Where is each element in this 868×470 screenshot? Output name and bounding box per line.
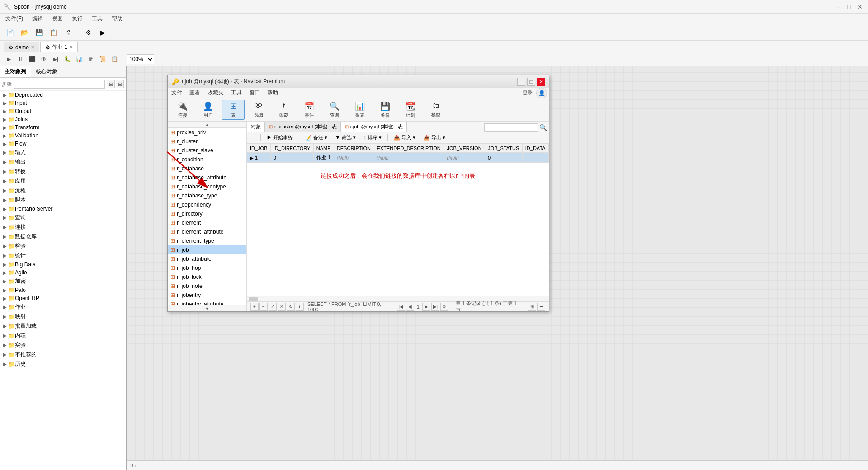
menu-run[interactable]: 执行 <box>70 14 85 24</box>
col-header-name[interactable]: NAME <box>313 144 334 153</box>
tree-item-connect-cn[interactable]: ▶ 📁 连接 <box>0 222 126 232</box>
tree-item-script-cn[interactable]: ▶ 📁 脚本 <box>0 195 126 205</box>
nav-tbar-menu-btn[interactable]: ≡ <box>249 134 258 142</box>
col-header-iddirectory[interactable]: ID_DIRECTORY <box>270 144 313 153</box>
tree-item-agile[interactable]: ▶ 📁 Agile <box>0 268 126 277</box>
nav-minimize-btn[interactable]: ─ <box>517 78 525 86</box>
tree-item-process-cn[interactable]: ▶ 📁 流程 <box>0 186 126 195</box>
col-header-iddata[interactable]: ID_DATA <box>522 144 548 153</box>
run-analyze-btn[interactable]: 📊 <box>74 54 84 64</box>
sidebar-item-rjobentry-attr[interactable]: ⊞ r_jobentry_attribute <box>168 300 246 305</box>
col-header-description[interactable]: DESCRIPTION <box>334 144 374 153</box>
hscroll-thumb[interactable] <box>249 297 258 301</box>
tree-item-transform[interactable]: ▶ 📁 Transform <box>0 123 126 132</box>
saveas-btn[interactable]: 📋 <box>47 26 60 39</box>
tree-item-exp-cn[interactable]: ▶ 📁 实验 <box>0 340 126 350</box>
tree-item-output[interactable]: ▶ 📁 Output <box>0 107 126 115</box>
sidebar-item-rjobentry[interactable]: ⊞ r_jobentry <box>168 291 246 300</box>
tab-demo[interactable]: ⚙ demo ✕ <box>4 42 39 52</box>
nav-tool-table[interactable]: ⊞ 表 <box>222 100 245 120</box>
tree-item-stats-cn[interactable]: ▶ 📁 统计 <box>0 251 126 260</box>
sidebar-item-rcondition[interactable]: ⊞ r_condition <box>168 155 246 164</box>
maximize-btn[interactable]: □ <box>844 2 854 11</box>
save-btn[interactable]: 💾 <box>33 26 45 39</box>
menu-file[interactable]: 文件(F) <box>4 14 25 24</box>
nav-maximize-btn[interactable]: □ <box>527 78 535 86</box>
new-btn[interactable]: 📄 <box>4 26 16 39</box>
tree-item-input-cn[interactable]: ▶ 📁 输入 <box>0 148 126 157</box>
sidebar-scroll-up[interactable]: ▲ <box>168 122 246 128</box>
nav-tab-rcluster[interactable]: ⊞ r_cluster @mysql (本地) · 表 <box>265 122 341 132</box>
tree-item-history-cn[interactable]: ▶ 📁 历史 <box>0 359 126 369</box>
col-header-jobstatus[interactable]: JOB_STATUS <box>485 144 523 153</box>
nav-status-refresh-btn[interactable]: ↻ <box>287 303 295 311</box>
nav-search-icon[interactable]: 🔍 <box>539 124 547 131</box>
tree-item-dw-cn[interactable]: ▶ 📁 数据仓库 <box>0 232 126 241</box>
nav-search-input[interactable] <box>484 123 538 132</box>
tree-item-validation[interactable]: ▶ 📁 Validation <box>0 132 126 140</box>
menu-help[interactable]: 帮助 <box>110 14 124 24</box>
zoom-select[interactable]: 100% 50% 75% 125% 150% <box>127 54 154 64</box>
menu-view[interactable]: 视图 <box>50 14 65 24</box>
nav-page-first-btn[interactable]: |◀ <box>397 303 405 311</box>
run-debug-btn[interactable]: 🐛 <box>62 54 72 64</box>
nav-status-x-btn[interactable]: ✕ <box>278 303 286 311</box>
tree-item-bigdata[interactable]: ▶ 📁 Big Data <box>0 260 126 268</box>
sidebar-item-rdatabase[interactable]: ⊞ r_database <box>168 164 246 173</box>
nav-status-info-btn[interactable]: ℹ <box>296 303 304 311</box>
nav-menu-file[interactable]: 文件 <box>170 88 184 98</box>
nav-menu-window[interactable]: 窗口 <box>247 88 262 98</box>
open-btn[interactable]: 📂 <box>18 26 31 39</box>
nav-tab-rjob[interactable]: ⊞ r.job @mysql (本地) · 表 <box>341 122 407 132</box>
tree-item-openerp[interactable]: ▶ 📁 OpenERP <box>0 294 126 302</box>
nav-page-settings-btn[interactable]: ⚙ <box>440 303 448 311</box>
tree-item-bulk-cn[interactable]: ▶ 📁 批量加载 <box>0 321 126 331</box>
sidebar-item-rdatabase-contype[interactable]: ⊞ r_database_contype <box>168 182 246 191</box>
tree-item-job-cn[interactable]: ▶ 📁 作业 <box>0 302 126 312</box>
nav-menu-view[interactable]: 查看 <box>188 88 202 98</box>
nav-user-avatar[interactable]: 👤 <box>536 88 547 99</box>
run-clear-btn[interactable]: 🗑 <box>86 54 96 64</box>
sidebar-item-rdatabase-attr[interactable]: ⊞ r_database_attribute <box>168 173 246 182</box>
nav-tool-connect[interactable]: 🔌 连接 <box>171 100 194 120</box>
tree-item-pentaho[interactable]: ▶ 📁 Pentaho Server <box>0 205 126 213</box>
sidebar-item-rjob-attr[interactable]: ⊞ r_job_attribute <box>168 254 246 263</box>
nav-tbar-note-btn[interactable]: 📝 备注 ▾ <box>302 133 330 142</box>
run-pause-btn[interactable]: ⏸ <box>15 54 25 64</box>
nav-menu-favorites[interactable]: 收藏夹 <box>206 88 226 98</box>
tree-item-palo[interactable]: ▶ 📁 Palo <box>0 286 126 294</box>
run-history-btn[interactable]: 📜 <box>98 54 108 64</box>
nav-tbar-export-btn[interactable]: 📤 导出 ▾ <box>420 133 448 142</box>
print-btn[interactable]: 🖨 <box>61 26 74 39</box>
nav-menu-tools[interactable]: 工具 <box>229 88 244 98</box>
nav-tab-objects[interactable]: 对象 <box>247 122 265 132</box>
nav-tool-query[interactable]: 🔍 查询 <box>323 100 346 120</box>
sidebar-item-rcluster[interactable]: ⊞ r_cluster <box>168 137 246 146</box>
tree-item-deprecated[interactable]: ▶ 📁 Deprecated <box>0 91 126 99</box>
nav-status-tick-btn[interactable]: ✓ <box>269 303 277 311</box>
nav-login-btn[interactable]: 登录 <box>523 89 533 96</box>
sidebar-scroll-down[interactable]: ▼ <box>168 305 246 311</box>
nav-tool-schedule[interactable]: 📆 计划 <box>399 100 422 120</box>
tree-item-inline-cn[interactable]: ▶ 📁 内联 <box>0 331 126 340</box>
tree-item-app-cn[interactable]: ▶ 📁 应用 <box>0 176 126 186</box>
sidebar-item-rcluster-slave[interactable]: ⊞ r_cluster_slave <box>168 146 246 155</box>
sidebar-item-rdirectory[interactable]: ⊞ r_directory <box>168 209 246 218</box>
minimize-btn[interactable]: ─ <box>834 2 843 11</box>
nav-tool-event[interactable]: 📅 事件 <box>298 100 321 120</box>
menu-edit[interactable]: 编辑 <box>30 14 45 24</box>
nav-page-next-btn[interactable]: ▶ <box>422 303 430 311</box>
nav-tbar-sort-btn[interactable]: ↕ 排序 ▾ <box>361 133 385 142</box>
tab-job1[interactable]: ⚙ 作业 1 ✕ <box>40 42 78 52</box>
search-expand-btn[interactable]: ⊞ <box>107 80 115 88</box>
close-btn[interactable]: ✕ <box>855 2 864 11</box>
run-play-btn[interactable]: ▶ <box>4 54 14 64</box>
sidebar-item-rjob-note[interactable]: ⊞ r_job_note <box>168 282 246 291</box>
tree-item-output-cn[interactable]: ▶ 📁 输出 <box>0 157 126 167</box>
nav-tbar-begin-tx[interactable]: ▶ 开始事务 <box>264 133 296 142</box>
menu-tools[interactable]: 工具 <box>90 14 104 24</box>
run-log-btn[interactable]: 📋 <box>109 54 119 64</box>
run-step-btn[interactable]: ▶| <box>51 54 61 64</box>
nav-tool-view[interactable]: 👁 视图 <box>247 100 270 120</box>
tab-job1-close[interactable]: ✕ <box>69 45 73 50</box>
